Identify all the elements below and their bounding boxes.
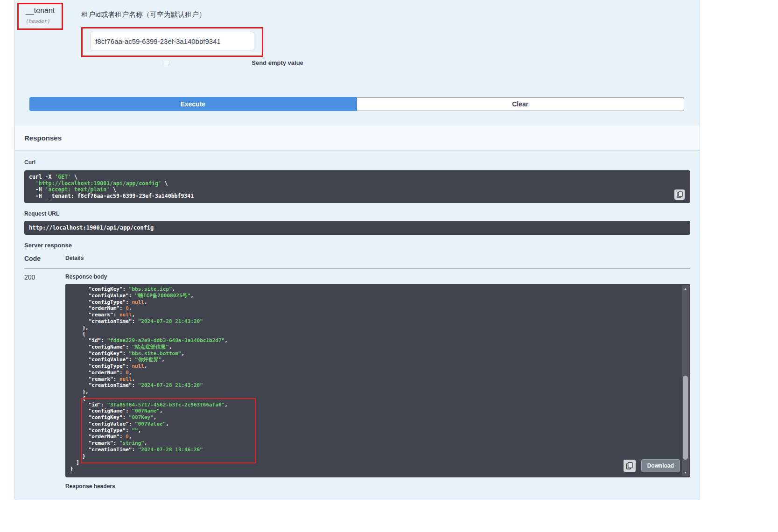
send-empty-label: Send empty value	[252, 59, 303, 66]
responses-title: Responses	[24, 134, 62, 142]
clipboard-icon	[677, 191, 683, 198]
response-body-label: Response body	[65, 273, 690, 280]
curl-label: Curl	[24, 159, 690, 166]
operation-block: __tenant (header) 租户id或者租户名称（可空为默认租户） Se…	[14, 0, 700, 500]
send-empty-row: Send empty value	[81, 59, 303, 66]
status-code: 200	[24, 273, 65, 490]
annotation-highlight-parameter-name: __tenant (header)	[17, 3, 63, 30]
response-body-code: "configKey": "bbs.site.icp", "configValu…	[70, 286, 678, 472]
parameter-location: (header)	[26, 18, 55, 24]
parameter-name: __tenant	[26, 7, 55, 15]
response-headers-label: Response headers	[65, 483, 690, 490]
response-copy-button[interactable]	[624, 460, 636, 472]
response-details: Response body "configKey": "bbs.site.icp…	[65, 273, 690, 490]
server-response-label: Server response	[24, 242, 690, 249]
response-table-header: Code Details	[24, 255, 690, 269]
parameter-value-input[interactable]	[90, 32, 254, 50]
execute-button[interactable]: Execute	[29, 97, 357, 111]
scroll-up-arrow-icon[interactable]: ▲	[682, 286, 689, 292]
request-url-label: Request URL	[24, 210, 690, 217]
request-url-value: http://localhost:19001/api/app/config	[29, 224, 686, 231]
response-body-block: "configKey": "bbs.site.icp", "configValu…	[65, 284, 690, 477]
response-actions: Download	[624, 459, 680, 472]
send-empty-checkbox[interactable]	[164, 60, 169, 65]
code-column-header: Code	[24, 255, 65, 262]
annotation-highlight-parameter-value	[81, 27, 263, 57]
details-column-header: Details	[65, 255, 84, 262]
scrollbar-thumb[interactable]	[683, 376, 688, 460]
parameter-body: 租户id或者租户名称（可空为默认租户） Send empty value	[81, 3, 303, 66]
clear-button[interactable]: Clear	[357, 97, 685, 111]
response-scrollbar[interactable]: ▲ ▼	[682, 285, 689, 476]
curl-command: curl -X 'GET' \ 'http://localhost:19001/…	[29, 174, 686, 199]
curl-block: curl -X 'GET' \ 'http://localhost:19001/…	[24, 170, 690, 203]
responses-section-header: Responses	[15, 126, 700, 150]
response-row: 200 Response body "configKey": "bbs.site…	[24, 273, 690, 490]
download-button[interactable]: Download	[641, 459, 680, 472]
request-url-block: http://localhost:19001/api/app/config	[24, 221, 690, 235]
execute-wrapper: Execute Clear	[29, 97, 684, 111]
parameter-description: 租户id或者租户名称（可空为默认租户）	[81, 10, 303, 19]
scroll-down-arrow-icon[interactable]: ▼	[682, 469, 689, 476]
curl-copy-button[interactable]	[674, 189, 685, 200]
responses-body: Curl curl -X 'GET' \ 'http://localhost:1…	[15, 150, 700, 490]
clipboard-icon	[626, 462, 633, 469]
parameters-section: __tenant (header) 租户id或者租户名称（可空为默认租户） Se…	[15, 0, 700, 66]
